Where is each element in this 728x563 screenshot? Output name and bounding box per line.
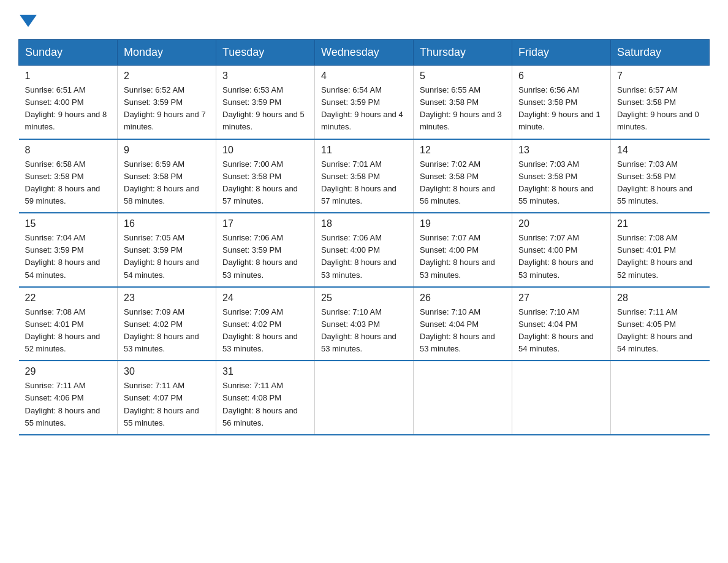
day-number: 9	[124, 145, 210, 156]
calendar-cell: 27Sunrise: 7:10 AMSunset: 4:04 PMDayligh…	[512, 287, 611, 361]
weekday-header-row: SundayMondayTuesdayWednesdayThursdayFrid…	[19, 40, 710, 66]
calendar-cell: 24Sunrise: 7:09 AMSunset: 4:02 PMDayligh…	[216, 287, 315, 361]
day-number: 15	[25, 218, 112, 229]
day-number: 24	[222, 293, 308, 304]
day-info: Sunrise: 6:57 AMSunset: 3:58 PMDaylight:…	[617, 84, 703, 134]
calendar-cell: 12Sunrise: 7:02 AMSunset: 3:58 PMDayligh…	[414, 139, 512, 213]
day-info: Sunrise: 7:03 AMSunset: 3:58 PMDaylight:…	[518, 158, 604, 208]
calendar-cell: 14Sunrise: 7:03 AMSunset: 3:58 PMDayligh…	[611, 139, 710, 213]
weekday-header-tuesday: Tuesday	[216, 40, 315, 66]
day-info: Sunrise: 7:06 AMSunset: 3:59 PMDaylight:…	[222, 232, 308, 282]
calendar-week-row: 8Sunrise: 6:58 AMSunset: 3:58 PMDaylight…	[19, 139, 710, 213]
calendar-cell: 30Sunrise: 7:11 AMSunset: 4:07 PMDayligh…	[118, 361, 216, 435]
calendar-cell: 21Sunrise: 7:08 AMSunset: 4:01 PMDayligh…	[611, 213, 710, 287]
calendar-cell: 23Sunrise: 7:09 AMSunset: 4:02 PMDayligh…	[118, 287, 216, 361]
calendar-cell: 17Sunrise: 7:06 AMSunset: 3:59 PMDayligh…	[216, 213, 315, 287]
day-number: 21	[617, 218, 703, 229]
calendar-cell	[414, 361, 512, 435]
day-number: 10	[222, 145, 308, 156]
calendar-cell	[611, 361, 710, 435]
day-info: Sunrise: 7:10 AMSunset: 4:04 PMDaylight:…	[518, 306, 604, 356]
day-info: Sunrise: 7:04 AMSunset: 3:59 PMDaylight:…	[25, 232, 112, 282]
day-info: Sunrise: 6:55 AMSunset: 3:58 PMDaylight:…	[420, 84, 506, 134]
day-info: Sunrise: 7:11 AMSunset: 4:06 PMDaylight:…	[25, 380, 112, 429]
day-info: Sunrise: 7:11 AMSunset: 4:07 PMDaylight:…	[124, 380, 210, 429]
calendar-cell: 1Sunrise: 6:51 AMSunset: 4:00 PMDaylight…	[19, 66, 118, 139]
day-number: 14	[617, 145, 703, 156]
day-info: Sunrise: 7:01 AMSunset: 3:58 PMDaylight:…	[321, 158, 407, 208]
day-number: 4	[321, 71, 407, 82]
calendar-cell	[512, 361, 611, 435]
day-number: 8	[25, 145, 112, 156]
calendar-cell: 29Sunrise: 7:11 AMSunset: 4:06 PMDayligh…	[19, 361, 118, 435]
day-number: 19	[420, 218, 506, 229]
calendar-cell: 2Sunrise: 6:52 AMSunset: 3:59 PMDaylight…	[118, 66, 216, 139]
calendar-cell: 31Sunrise: 7:11 AMSunset: 4:08 PMDayligh…	[216, 361, 315, 435]
calendar-cell: 22Sunrise: 7:08 AMSunset: 4:01 PMDayligh…	[19, 287, 118, 361]
day-info: Sunrise: 6:51 AMSunset: 4:00 PMDaylight:…	[25, 84, 112, 134]
day-info: Sunrise: 7:05 AMSunset: 3:59 PMDaylight:…	[124, 232, 210, 282]
day-number: 2	[124, 71, 210, 82]
calendar-cell: 26Sunrise: 7:10 AMSunset: 4:04 PMDayligh…	[414, 287, 512, 361]
day-number: 31	[222, 366, 308, 377]
weekday-header-thursday: Thursday	[414, 40, 512, 66]
day-number: 5	[420, 71, 506, 82]
day-info: Sunrise: 6:53 AMSunset: 3:59 PMDaylight:…	[222, 84, 308, 134]
calendar-cell: 6Sunrise: 6:56 AMSunset: 3:58 PMDaylight…	[512, 66, 611, 139]
calendar-table: SundayMondayTuesdayWednesdayThursdayFrid…	[18, 39, 710, 435]
calendar-cell: 19Sunrise: 7:07 AMSunset: 4:00 PMDayligh…	[414, 213, 512, 287]
weekday-header-monday: Monday	[118, 40, 216, 66]
day-info: Sunrise: 7:07 AMSunset: 4:00 PMDaylight:…	[420, 232, 506, 282]
calendar-cell: 10Sunrise: 7:00 AMSunset: 3:58 PMDayligh…	[216, 139, 315, 213]
day-info: Sunrise: 7:11 AMSunset: 4:05 PMDaylight:…	[617, 306, 703, 356]
day-number: 18	[321, 218, 407, 229]
weekday-header-friday: Friday	[512, 40, 611, 66]
day-number: 25	[321, 293, 407, 304]
day-info: Sunrise: 6:56 AMSunset: 3:58 PMDaylight:…	[518, 84, 604, 134]
logo-triangle-icon	[20, 15, 37, 27]
calendar-week-row: 15Sunrise: 7:04 AMSunset: 3:59 PMDayligh…	[19, 213, 710, 287]
day-info: Sunrise: 7:02 AMSunset: 3:58 PMDaylight:…	[420, 158, 506, 208]
calendar-cell: 5Sunrise: 6:55 AMSunset: 3:58 PMDaylight…	[414, 66, 512, 139]
calendar-week-row: 1Sunrise: 6:51 AMSunset: 4:00 PMDaylight…	[19, 66, 710, 139]
calendar-cell: 11Sunrise: 7:01 AMSunset: 3:58 PMDayligh…	[315, 139, 414, 213]
calendar-week-row: 29Sunrise: 7:11 AMSunset: 4:06 PMDayligh…	[19, 361, 710, 435]
calendar-cell: 28Sunrise: 7:11 AMSunset: 4:05 PMDayligh…	[611, 287, 710, 361]
day-number: 16	[124, 218, 210, 229]
day-info: Sunrise: 7:03 AMSunset: 3:58 PMDaylight:…	[617, 158, 703, 208]
day-number: 28	[617, 293, 703, 304]
logo	[18, 12, 37, 27]
day-number: 7	[617, 71, 703, 82]
calendar-cell	[315, 361, 414, 435]
day-number: 13	[518, 145, 604, 156]
day-info: Sunrise: 6:52 AMSunset: 3:59 PMDaylight:…	[124, 84, 210, 134]
day-info: Sunrise: 7:08 AMSunset: 4:01 PMDaylight:…	[25, 306, 112, 356]
day-number: 27	[518, 293, 604, 304]
calendar-cell: 7Sunrise: 6:57 AMSunset: 3:58 PMDaylight…	[611, 66, 710, 139]
calendar-cell: 20Sunrise: 7:07 AMSunset: 4:00 PMDayligh…	[512, 213, 611, 287]
day-info: Sunrise: 6:54 AMSunset: 3:59 PMDaylight:…	[321, 84, 407, 134]
calendar-week-row: 22Sunrise: 7:08 AMSunset: 4:01 PMDayligh…	[19, 287, 710, 361]
day-number: 29	[25, 366, 112, 377]
weekday-header-wednesday: Wednesday	[315, 40, 414, 66]
day-info: Sunrise: 7:10 AMSunset: 4:03 PMDaylight:…	[321, 306, 407, 356]
day-info: Sunrise: 6:59 AMSunset: 3:58 PMDaylight:…	[124, 158, 210, 208]
day-info: Sunrise: 7:11 AMSunset: 4:08 PMDaylight:…	[222, 380, 308, 429]
calendar-cell: 3Sunrise: 6:53 AMSunset: 3:59 PMDaylight…	[216, 66, 315, 139]
day-info: Sunrise: 7:09 AMSunset: 4:02 PMDaylight:…	[124, 306, 210, 356]
day-info: Sunrise: 7:08 AMSunset: 4:01 PMDaylight:…	[617, 232, 703, 282]
day-info: Sunrise: 6:58 AMSunset: 3:58 PMDaylight:…	[25, 158, 112, 208]
day-number: 3	[222, 71, 308, 82]
day-number: 22	[25, 293, 112, 304]
day-info: Sunrise: 7:06 AMSunset: 4:00 PMDaylight:…	[321, 232, 407, 282]
calendar-cell: 16Sunrise: 7:05 AMSunset: 3:59 PMDayligh…	[118, 213, 216, 287]
weekday-header-sunday: Sunday	[19, 40, 118, 66]
day-number: 1	[25, 71, 112, 82]
day-number: 6	[518, 71, 604, 82]
day-number: 23	[124, 293, 210, 304]
day-number: 17	[222, 218, 308, 229]
day-number: 30	[124, 366, 210, 377]
page-header	[18, 12, 710, 27]
calendar-cell: 25Sunrise: 7:10 AMSunset: 4:03 PMDayligh…	[315, 287, 414, 361]
day-info: Sunrise: 7:07 AMSunset: 4:00 PMDaylight:…	[518, 232, 604, 282]
